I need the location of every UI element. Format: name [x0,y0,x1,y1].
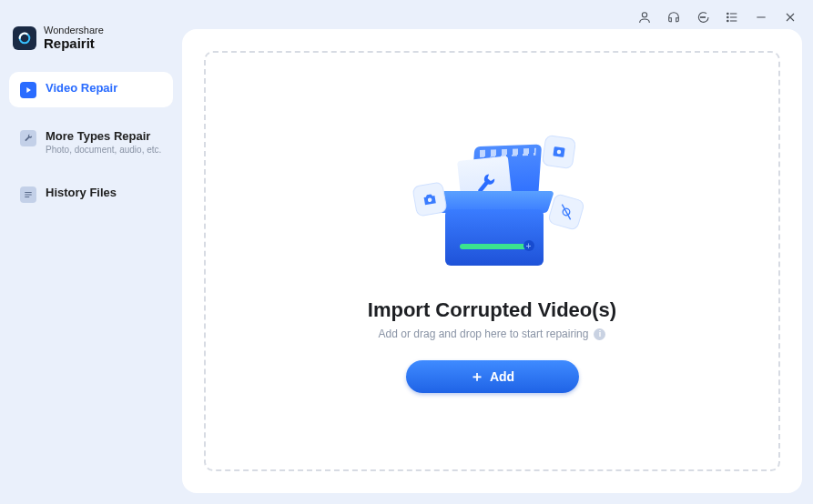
svg-point-1 [642,13,646,17]
content-card: + Import Corrupted Video(s) Add or drag … [182,29,802,493]
sidebar-item-label: More Types Repair [46,129,161,143]
titlebar [182,0,813,29]
minimize-icon[interactable] [753,9,769,25]
wrench-icon [20,130,36,146]
sidebar-item-label: History Files [46,186,117,199]
svg-point-4 [704,16,705,17]
svg-point-5 [727,13,729,15]
brand-name-large: Repairit [44,36,104,51]
brand: Wondershare Repairit [9,25,173,72]
svg-point-2 [700,16,701,17]
add-button[interactable]: ＋ Add [406,360,579,393]
sidebar-item-label: Video Repair [46,81,117,95]
plus-icon: ＋ [470,369,484,384]
svg-point-6 [727,16,729,18]
brand-name-small: Wondershare [44,25,104,36]
photo-icon [541,135,575,169]
support-icon[interactable] [666,9,682,25]
feedback-icon[interactable] [695,9,711,25]
sidebar-item-history[interactable]: History Files [9,176,173,212]
info-icon[interactable]: i [594,328,605,340]
main: + Import Corrupted Video(s) Add or drag … [182,0,813,504]
account-icon[interactable] [636,9,653,25]
drawer-icon: + [445,191,544,266]
headline: Import Corrupted Video(s) [368,298,616,322]
bug-icon [546,193,584,231]
play-icon [20,82,36,98]
sidebar-item-more-types[interactable]: More Types Repair Photo, document, audio… [9,120,173,164]
brand-text: Wondershare Repairit [44,25,104,50]
menu-icon[interactable] [724,9,740,25]
svg-point-7 [727,20,729,22]
brand-icon [13,26,36,50]
list-icon [20,186,36,203]
subline: Add or drag and drop here to start repai… [379,328,606,340]
illustration: + [401,129,584,284]
add-button-label: Add [490,369,514,384]
sidebar: Wondershare Repairit Video Repair More T… [0,0,182,504]
subline-text: Add or drag and drop here to start repai… [379,328,589,340]
camera-icon [412,181,447,217]
svg-point-3 [702,16,703,17]
sidebar-item-sublabel: Photo, document, audio, etc. [46,145,161,155]
sidebar-item-video-repair[interactable]: Video Repair [9,72,173,107]
dropzone[interactable]: + Import Corrupted Video(s) Add or drag … [204,51,780,471]
close-icon[interactable] [782,9,798,25]
